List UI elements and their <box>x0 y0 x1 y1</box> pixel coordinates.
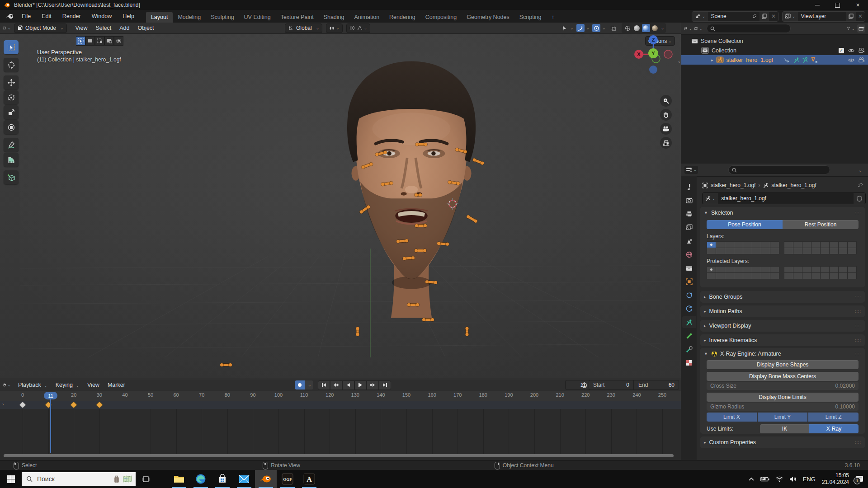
workspace-tab--[interactable]: + <box>546 12 559 23</box>
layer-cell[interactable] <box>707 248 716 254</box>
properties-tab-bone-constraint[interactable] <box>682 343 696 355</box>
editor-type-icon[interactable]: ⌄ <box>3 24 11 32</box>
outliner-item-label[interactable]: Scene Collection <box>701 38 743 44</box>
hide-eye-icon[interactable] <box>848 48 854 53</box>
layer-cell[interactable] <box>784 266 793 273</box>
armature-bone[interactable] <box>357 328 359 335</box>
new-scene-icon[interactable] <box>760 12 769 21</box>
layer-cell[interactable] <box>707 266 716 273</box>
selectability-icon[interactable] <box>560 24 568 32</box>
layer-cell[interactable] <box>784 248 793 254</box>
outliner-row-scene-collection[interactable]: Scene Collection <box>681 36 868 46</box>
tool-annotate[interactable] <box>4 138 19 152</box>
wifi-icon[interactable] <box>776 476 783 482</box>
select-mode-tweak[interactable] <box>76 36 85 46</box>
layer-cell[interactable] <box>725 248 734 254</box>
properties-options-icon[interactable]: ⌄ <box>859 168 862 173</box>
layer-cell[interactable] <box>734 241 743 248</box>
workspace-tab-scripting[interactable]: Scripting <box>514 12 547 23</box>
layer-cell[interactable] <box>707 272 716 279</box>
properties-tab-texture[interactable] <box>682 357 696 369</box>
remove-viewlayer-icon[interactable]: ✕ <box>856 13 865 19</box>
breadcrumb-data[interactable]: stalker_hero_1.ogf <box>771 182 816 188</box>
battery-icon[interactable] <box>760 477 769 482</box>
layer-cell[interactable] <box>725 241 734 248</box>
layer-cell[interactable] <box>770 241 779 248</box>
properties-search-input[interactable] <box>728 165 830 174</box>
taskbar-app-a-app[interactable]: A <box>298 470 320 488</box>
armature-browse-icon[interactable]: ⌄ <box>703 193 718 204</box>
snapping-toggle[interactable]: ⌄ <box>326 23 343 33</box>
keyframe-diamond-frame-30[interactable] <box>96 402 102 408</box>
workspace-tab-shading[interactable]: Shading <box>319 12 349 23</box>
workspace-tab-rendering[interactable]: Rendering <box>384 12 420 23</box>
properties-tab-object[interactable] <box>682 276 696 287</box>
layer-cell[interactable] <box>802 266 811 273</box>
taskbar-search-box[interactable]: Поиск <box>22 472 136 486</box>
blender-menu-logo-icon[interactable] <box>5 13 14 19</box>
workspace-tab-geometry-nodes[interactable]: Geometry Nodes <box>462 12 514 23</box>
toggle-perspective-icon[interactable] <box>660 137 672 149</box>
workspace-tab-texture-paint[interactable]: Texture Paint <box>276 12 319 23</box>
layer-cell[interactable] <box>829 241 839 248</box>
workspace-tab-compositing[interactable]: Compositing <box>420 12 462 23</box>
map-icon[interactable] <box>123 475 132 483</box>
frame-end-field[interactable]: End 60 <box>634 380 679 390</box>
viewport-menu-object[interactable]: Object <box>133 25 158 31</box>
taskbar-app-store[interactable] <box>212 470 233 488</box>
limit-button-y[interactable]: Limit Y <box>758 413 808 422</box>
tool-rotate[interactable] <box>4 90 19 104</box>
layer-cell[interactable] <box>734 248 743 254</box>
display-bone-shapes-button[interactable]: Display Bone Shapes <box>707 360 859 369</box>
armature-bone[interactable] <box>423 319 433 321</box>
layer-cell[interactable] <box>829 248 839 254</box>
outliner-item-label[interactable]: stalker_hero_1.ogf <box>726 57 774 63</box>
tray-chevron-icon[interactable] <box>749 477 754 481</box>
outliner-editor-type-icon[interactable]: ⌄ <box>684 24 692 33</box>
select-mode-extend[interactable] <box>95 36 104 46</box>
layer-cell[interactable] <box>734 266 743 273</box>
layer-cell[interactable] <box>784 272 793 279</box>
properties-tab-tool[interactable] <box>682 181 696 192</box>
layer-cell[interactable] <box>752 266 761 273</box>
playhead-line[interactable] <box>50 399 51 453</box>
layer-cell[interactable] <box>811 266 821 273</box>
custom-properties-panel[interactable]: ▸Custom Properties:::: <box>700 436 865 448</box>
panel-viewport-display[interactable]: ▸Viewport Display:::: <box>700 320 865 332</box>
new-viewlayer-icon[interactable] <box>846 12 856 21</box>
properties-tab-render[interactable] <box>682 194 696 206</box>
maximize-button[interactable] <box>827 0 848 10</box>
menu-render[interactable]: Render <box>57 10 86 23</box>
taskbar-app-edge[interactable] <box>190 470 212 488</box>
datablock-name-value[interactable]: stalker_hero_1.ogf <box>718 195 854 202</box>
layer-cell[interactable] <box>784 241 793 248</box>
properties-tab-bone[interactable] <box>682 330 696 342</box>
layer-cell[interactable] <box>761 266 770 273</box>
timeline-ruler[interactable]: 0203040506070809010011012013014015016017… <box>0 391 681 401</box>
armature-bone[interactable] <box>426 281 436 284</box>
keyframe-diamond-frame-0[interactable] <box>20 402 26 408</box>
layer-cell[interactable] <box>793 248 802 254</box>
limit-button-z[interactable]: Limit Z <box>808 413 859 422</box>
minimize-button[interactable] <box>807 0 827 10</box>
armature-bone[interactable] <box>416 225 426 227</box>
camera-view-icon[interactable] <box>660 123 672 135</box>
timeline-menu-view[interactable]: View <box>83 382 104 388</box>
timeline-menu-marker[interactable]: Marker <box>104 382 129 388</box>
properties-tab-output[interactable] <box>682 208 696 220</box>
limit-button-x[interactable]: Limit X <box>707 413 757 422</box>
layer-cell[interactable] <box>793 266 802 273</box>
timeline-summary-band[interactable]: › <box>0 401 681 409</box>
datablock-name-field[interactable]: ⌄ stalker_hero_1.ogf <box>702 192 866 204</box>
outliner-search-input[interactable] <box>707 24 791 33</box>
armature-bone[interactable] <box>466 328 468 335</box>
layer-cell[interactable] <box>802 272 811 279</box>
close-button[interactable]: ✕ <box>848 0 868 10</box>
select-mode-intersect[interactable] <box>114 36 123 46</box>
properties-tab-view-layer[interactable] <box>682 221 696 233</box>
armature-bone[interactable] <box>408 304 418 306</box>
auto-keying-toggle[interactable] <box>295 380 305 389</box>
select-mode-box[interactable] <box>85 36 95 46</box>
fake-user-shield-icon[interactable] <box>854 193 865 204</box>
layer-cell[interactable] <box>716 248 725 254</box>
